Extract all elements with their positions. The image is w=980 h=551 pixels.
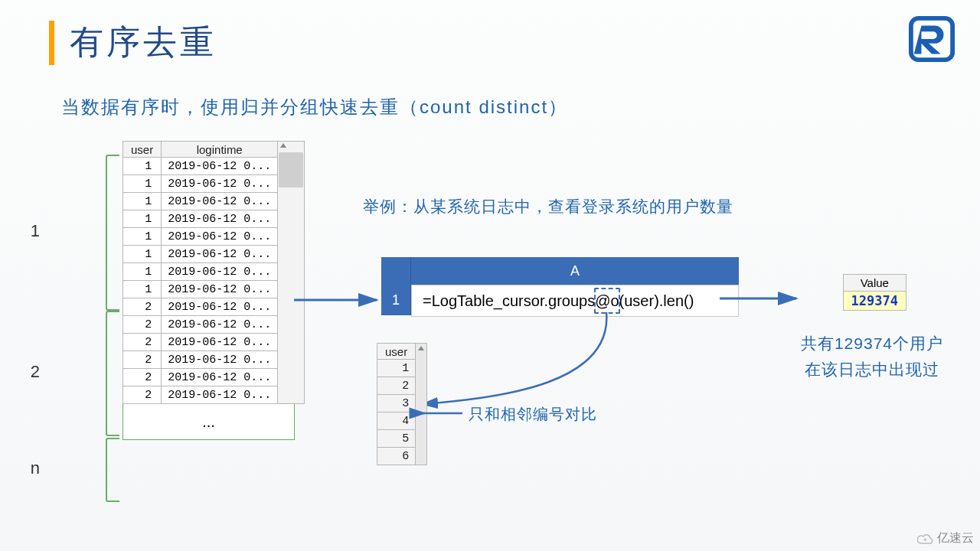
- slide-title: 有序去重: [49, 20, 217, 65]
- user-list-table: user 1 2 3 4 5 6: [377, 343, 427, 465]
- arrow-right-icon: [720, 291, 804, 306]
- userlist-scrollbar[interactable]: [416, 343, 427, 465]
- formula-col-header: A: [411, 257, 739, 285]
- group-label-n: n: [31, 458, 40, 478]
- subtitle-text: 当数据有序时，使用归并分组快速去重（count distinct）: [61, 95, 568, 119]
- table-row: 5: [377, 430, 416, 448]
- example-caption: 举例：从某系统日志中，查看登录系统的用户数量: [363, 196, 733, 217]
- table-row: 1: [377, 360, 416, 377]
- formula-corner: [381, 257, 411, 285]
- table-row: 4: [377, 412, 416, 430]
- title-text: 有序去重: [70, 20, 217, 65]
- value-result: Value 129374: [843, 274, 906, 311]
- userlist-header: user: [377, 344, 416, 360]
- log-header-logintime: logintime: [162, 142, 278, 158]
- arrow-right-icon: [418, 406, 464, 421]
- group-label-1: 1: [31, 221, 40, 241]
- result-caption: 共有129374个用户 在该日志中出现过: [801, 331, 943, 382]
- cloud-icon: ✦: [917, 533, 934, 545]
- value-number: 129374: [843, 292, 906, 311]
- log-table-scrollbar[interactable]: [278, 142, 305, 404]
- value-header: Value: [843, 274, 906, 292]
- table-row: 2: [377, 377, 416, 395]
- svg-text:✦: ✦: [923, 536, 928, 543]
- title-accent-bar: [49, 21, 54, 65]
- group-label-2: 2: [31, 362, 40, 382]
- log-table: user logintime 12019-06-12 0... 12019-06…: [122, 141, 305, 440]
- watermark: ✦ 亿速云: [917, 530, 974, 546]
- table-row: 6: [377, 448, 416, 465]
- arrow-right-icon: [294, 292, 386, 308]
- log-table-ellipsis: ...: [122, 404, 295, 440]
- log-header-user: user: [123, 142, 162, 158]
- brand-logo-icon: [908, 15, 956, 63]
- formula-row-header: 1: [381, 285, 411, 315]
- annotation-adjacent: 只和相邻编号对比: [469, 404, 597, 425]
- table-row: 3: [377, 395, 416, 412]
- watermark-text: 亿速云: [937, 530, 974, 546]
